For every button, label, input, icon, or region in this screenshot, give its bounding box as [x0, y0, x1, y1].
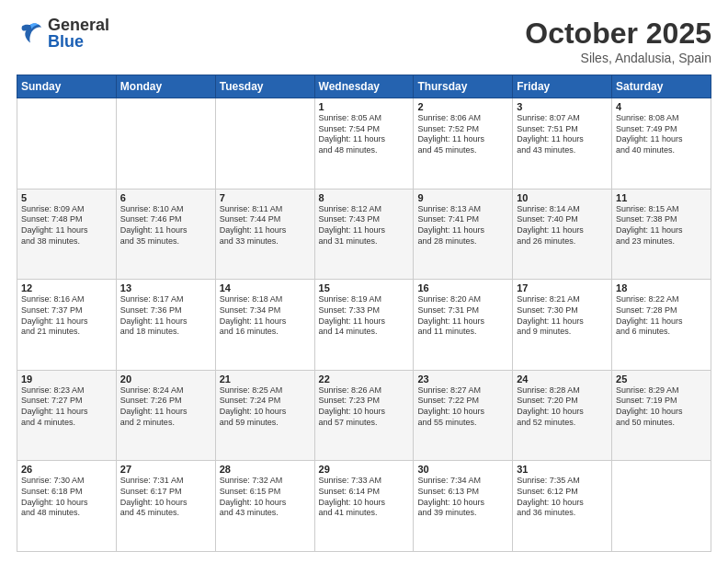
calendar-cell: 24Sunrise: 8:28 AM Sunset: 7:20 PM Dayli…	[513, 370, 612, 461]
day-number: 26	[21, 464, 112, 475]
day-info: Sunrise: 7:30 AM Sunset: 6:18 PM Dayligh…	[21, 476, 112, 519]
day-info: Sunrise: 8:11 AM Sunset: 7:44 PM Dayligh…	[220, 204, 311, 247]
day-number: 5	[21, 192, 112, 203]
calendar-cell: 7Sunrise: 8:11 AM Sunset: 7:44 PM Daylig…	[215, 189, 314, 280]
title-block: October 2025 Siles, Andalusia, Spain	[525, 17, 711, 65]
calendar-cell: 8Sunrise: 8:12 AM Sunset: 7:43 PM Daylig…	[314, 189, 414, 280]
calendar-cell: 6Sunrise: 8:10 AM Sunset: 7:46 PM Daylig…	[116, 189, 215, 280]
day-number: 20	[120, 373, 211, 385]
day-info: Sunrise: 7:31 AM Sunset: 6:17 PM Dayligh…	[120, 476, 211, 519]
day-number: 25	[616, 373, 707, 385]
calendar-cell: 3Sunrise: 8:07 AM Sunset: 7:51 PM Daylig…	[513, 98, 612, 190]
calendar-cell: 12Sunrise: 8:16 AM Sunset: 7:37 PM Dayli…	[17, 280, 117, 371]
day-info: Sunrise: 8:19 AM Sunset: 7:33 PM Dayligh…	[319, 294, 410, 338]
calendar-cell	[17, 98, 117, 190]
calendar-cell: 30Sunrise: 7:34 AM Sunset: 6:13 PM Dayli…	[414, 461, 513, 552]
calendar-week-3: 12Sunrise: 8:16 AM Sunset: 7:37 PM Dayli…	[17, 280, 711, 371]
day-number: 23	[417, 373, 508, 385]
day-info: Sunrise: 8:17 AM Sunset: 7:36 PM Dayligh…	[120, 294, 211, 338]
day-info: Sunrise: 8:08 AM Sunset: 7:49 PM Dayligh…	[616, 113, 707, 156]
day-number: 1	[319, 101, 410, 112]
day-info: Sunrise: 8:05 AM Sunset: 7:54 PM Dayligh…	[319, 113, 410, 156]
calendar-cell: 21Sunrise: 8:25 AM Sunset: 7:24 PM Dayli…	[215, 370, 314, 461]
day-info: Sunrise: 8:13 AM Sunset: 7:41 PM Dayligh…	[417, 204, 508, 247]
col-monday: Monday	[116, 75, 215, 98]
day-number: 24	[517, 373, 608, 385]
day-info: Sunrise: 8:06 AM Sunset: 7:52 PM Dayligh…	[417, 113, 508, 156]
day-info: Sunrise: 8:23 AM Sunset: 7:27 PM Dayligh…	[21, 385, 112, 429]
day-number: 12	[21, 282, 112, 293]
calendar-cell: 5Sunrise: 8:09 AM Sunset: 7:48 PM Daylig…	[17, 189, 117, 280]
day-number: 9	[417, 192, 508, 203]
day-info: Sunrise: 7:33 AM Sunset: 6:14 PM Dayligh…	[319, 476, 410, 519]
calendar-cell: 20Sunrise: 8:24 AM Sunset: 7:26 PM Dayli…	[116, 370, 215, 461]
day-number: 15	[319, 282, 410, 293]
day-info: Sunrise: 8:27 AM Sunset: 7:22 PM Dayligh…	[417, 385, 508, 429]
day-info: Sunrise: 7:32 AM Sunset: 6:15 PM Dayligh…	[220, 476, 311, 519]
calendar-location: Siles, Andalusia, Spain	[525, 51, 711, 65]
calendar-cell: 13Sunrise: 8:17 AM Sunset: 7:36 PM Dayli…	[116, 280, 215, 371]
day-number: 13	[120, 282, 211, 293]
calendar-cell: 17Sunrise: 8:21 AM Sunset: 7:30 PM Dayli…	[513, 280, 612, 371]
day-info: Sunrise: 8:25 AM Sunset: 7:24 PM Dayligh…	[220, 385, 311, 429]
col-sunday: Sunday	[17, 75, 117, 98]
calendar-week-2: 5Sunrise: 8:09 AM Sunset: 7:48 PM Daylig…	[17, 189, 711, 280]
calendar-cell: 1Sunrise: 8:05 AM Sunset: 7:54 PM Daylig…	[314, 98, 414, 190]
col-friday: Friday	[513, 75, 612, 98]
col-tuesday: Tuesday	[215, 75, 314, 98]
calendar-cell: 4Sunrise: 8:08 AM Sunset: 7:49 PM Daylig…	[612, 98, 711, 190]
calendar-cell: 15Sunrise: 8:19 AM Sunset: 7:33 PM Dayli…	[314, 280, 414, 371]
day-number: 11	[616, 192, 707, 203]
day-number: 31	[517, 464, 608, 475]
day-number: 2	[417, 101, 508, 112]
calendar-cell: 10Sunrise: 8:14 AM Sunset: 7:40 PM Dayli…	[513, 189, 612, 280]
calendar-cell: 9Sunrise: 8:13 AM Sunset: 7:41 PM Daylig…	[414, 189, 513, 280]
day-info: Sunrise: 8:29 AM Sunset: 7:19 PM Dayligh…	[616, 385, 707, 429]
calendar-table: Sunday Monday Tuesday Wednesday Thursday…	[17, 75, 711, 552]
logo-blue-text: Blue	[48, 33, 109, 50]
day-info: Sunrise: 8:24 AM Sunset: 7:26 PM Dayligh…	[120, 385, 211, 429]
logo: General Blue	[17, 17, 109, 50]
logo-text: General Blue	[48, 17, 109, 50]
day-number: 10	[517, 192, 608, 203]
col-thursday: Thursday	[414, 75, 513, 98]
day-number: 17	[517, 282, 608, 293]
col-saturday: Saturday	[612, 75, 711, 98]
col-wednesday: Wednesday	[314, 75, 414, 98]
day-info: Sunrise: 8:18 AM Sunset: 7:34 PM Dayligh…	[220, 294, 311, 338]
calendar-cell: 18Sunrise: 8:22 AM Sunset: 7:28 PM Dayli…	[612, 280, 711, 371]
day-number: 22	[319, 373, 410, 385]
calendar-week-4: 19Sunrise: 8:23 AM Sunset: 7:27 PM Dayli…	[17, 370, 711, 461]
day-number: 16	[417, 282, 508, 293]
calendar-cell	[215, 98, 314, 190]
calendar-cell: 2Sunrise: 8:06 AM Sunset: 7:52 PM Daylig…	[414, 98, 513, 190]
logo-bird-icon	[17, 19, 44, 47]
calendar-cell: 14Sunrise: 8:18 AM Sunset: 7:34 PM Dayli…	[215, 280, 314, 371]
calendar-cell: 23Sunrise: 8:27 AM Sunset: 7:22 PM Dayli…	[414, 370, 513, 461]
day-info: Sunrise: 7:35 AM Sunset: 6:12 PM Dayligh…	[517, 476, 608, 519]
calendar-cell	[116, 98, 215, 190]
day-info: Sunrise: 8:26 AM Sunset: 7:23 PM Dayligh…	[319, 385, 410, 429]
calendar-cell: 19Sunrise: 8:23 AM Sunset: 7:27 PM Dayli…	[17, 370, 117, 461]
calendar-cell: 28Sunrise: 7:32 AM Sunset: 6:15 PM Dayli…	[215, 461, 314, 552]
calendar-cell: 11Sunrise: 8:15 AM Sunset: 7:38 PM Dayli…	[612, 189, 711, 280]
day-info: Sunrise: 8:20 AM Sunset: 7:31 PM Dayligh…	[417, 294, 508, 338]
calendar-week-5: 26Sunrise: 7:30 AM Sunset: 6:18 PM Dayli…	[17, 461, 711, 552]
day-number: 21	[220, 373, 311, 385]
calendar-week-1: 1Sunrise: 8:05 AM Sunset: 7:54 PM Daylig…	[17, 98, 711, 190]
calendar-cell: 25Sunrise: 8:29 AM Sunset: 7:19 PM Dayli…	[612, 370, 711, 461]
day-info: Sunrise: 8:16 AM Sunset: 7:37 PM Dayligh…	[21, 294, 112, 338]
day-info: Sunrise: 8:09 AM Sunset: 7:48 PM Dayligh…	[21, 204, 112, 247]
header: General Blue October 2025 Siles, Andalus…	[17, 17, 711, 65]
day-info: Sunrise: 8:28 AM Sunset: 7:20 PM Dayligh…	[517, 385, 608, 429]
calendar-cell	[612, 461, 711, 552]
calendar-cell: 16Sunrise: 8:20 AM Sunset: 7:31 PM Dayli…	[414, 280, 513, 371]
calendar-cell: 27Sunrise: 7:31 AM Sunset: 6:17 PM Dayli…	[116, 461, 215, 552]
day-number: 6	[120, 192, 211, 203]
day-info: Sunrise: 8:10 AM Sunset: 7:46 PM Dayligh…	[120, 204, 211, 247]
calendar-cell: 31Sunrise: 7:35 AM Sunset: 6:12 PM Dayli…	[513, 461, 612, 552]
day-info: Sunrise: 8:21 AM Sunset: 7:30 PM Dayligh…	[517, 294, 608, 338]
day-number: 29	[319, 464, 410, 475]
calendar-header-row: Sunday Monday Tuesday Wednesday Thursday…	[17, 75, 711, 98]
day-number: 3	[517, 101, 608, 112]
